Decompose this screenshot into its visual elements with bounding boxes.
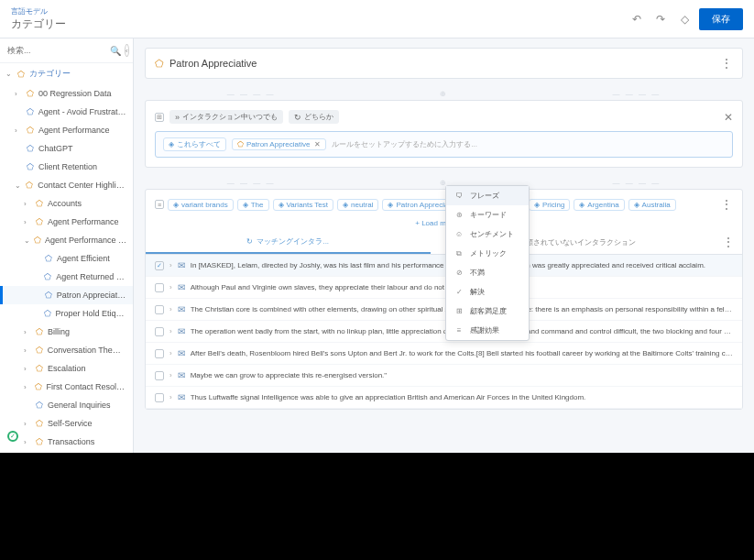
rule-type-dropdown[interactable]: 🗨フレーズ⊛キーワード☺センチメント⧉メトリック⊘不満✓解決⊞顧客満足度≡感謝効… [445,185,530,341]
top-bar: 言語モデル カテゴリー ↶ ↷ ◇ 保存 [0,0,754,38]
filter-tags-row: ≡ ◈variant brands◈The◈Variants Test◈neut… [146,190,742,215]
filter-tag[interactable]: ◈Variants Test [273,199,334,211]
filter-tag[interactable]: ◈Pricing [529,199,570,211]
envelope-icon: ✉ [178,348,185,358]
filter-tag[interactable]: ◈Australia [628,199,676,211]
sidebar: 🔍 ‹ ⌄⬠カテゴリー›⬠00 Regression Data⬠Agent - … [0,38,134,453]
row-checkbox[interactable]: ✓ [155,261,164,270]
dropdown-item[interactable]: 🗨フレーズ [446,186,529,205]
interaction-row[interactable]: ›✉The Christian core is combined with ot… [146,299,742,321]
interaction-row[interactable]: ›✉Maybe we can grow to appreciate this r… [146,365,742,387]
close-icon[interactable]: ✕ [724,111,733,124]
row-checkbox[interactable] [155,349,164,358]
tree-item[interactable]: ⌄⬠カテゴリー [0,63,133,84]
envelope-icon: ✉ [178,282,185,292]
collapse-sidebar-icon[interactable]: ‹ [125,44,129,57]
interactions-card: ≡ ◈variant brands◈The◈Variants Test◈neut… [145,189,743,410]
timing-chip[interactable]: »インタラクション中いつでも [169,110,283,124]
tree-item[interactable]: ⬠ChatGPT [0,139,133,158]
rule-placeholder: ルールをセットアップするために入力する... [332,139,725,149]
search-input[interactable] [7,46,110,55]
tree-item[interactable]: ⌄⬠Agent Performance Positive [0,231,133,249]
dropdown-item[interactable]: ⊛キーワード [446,205,529,225]
row-checkbox[interactable] [155,371,164,380]
row-checkbox[interactable] [155,283,164,292]
dropdown-item[interactable]: ⊘不満 [446,263,529,282]
search-icon[interactable]: 🔍 [110,46,121,56]
tree-item[interactable]: ›⬠First Contact Resolution [0,378,133,396]
interaction-row[interactable]: ›✉After Bell's death, Rosenbloom hired B… [146,343,742,365]
anyof-chip[interactable]: ↻どちらか [289,110,339,124]
row-checkbox[interactable] [155,305,164,314]
envelope-icon: ✉ [178,304,185,314]
tree-item[interactable]: ›⬠Contact Purpose [0,451,133,453]
tree-item[interactable]: ›⬠Billing [0,323,133,341]
tree-item[interactable]: ›⬠Agent Performance [0,213,133,231]
undo-icon[interactable]: ↶ [628,10,646,28]
filter-tag[interactable]: ◈Argentina [574,199,624,211]
drop-zone: — — — —⊕— — — — [145,88,743,100]
category-icon: ⬠ [155,58,164,70]
tree-item[interactable]: ⬠General Inquiries [0,396,133,414]
envelope-icon: ✉ [178,370,185,380]
dropdown-item[interactable]: ≡感謝効果 [446,321,529,340]
tree-item[interactable]: ›⬠00 Regression Data [0,84,133,103]
tree-item[interactable]: ›⬠Escalation [0,359,133,378]
tree-item[interactable]: ›⬠Agent Performance [0,121,133,139]
drop-zone-2: — — — —⊕— — — — [145,177,743,189]
tree-item[interactable]: ›⬠Accounts [0,194,133,213]
filter-tag[interactable]: ◈The [237,199,269,211]
dropdown-item[interactable]: ☺センチメント [446,225,529,244]
envelope-icon: ✉ [178,392,185,402]
envelope-icon: ✉ [178,326,185,336]
interaction-row[interactable]: ›✉The operation went badly from the star… [146,321,742,343]
interaction-list: ✓›✉In [MASKED], Lelam, directed by Joshi… [146,255,742,409]
tree-item[interactable]: ›⬠Transactions [0,433,133,451]
interaction-row[interactable]: ✓›✉In [MASKED], Lelam, directed by Joshi… [146,255,742,277]
rule-input[interactable]: ◈これらすべて ⬠Patron Appreciative✕ ルールをセットアップ… [155,131,733,158]
filter-tag[interactable]: ◈neutral [337,199,378,211]
from-all-tag[interactable]: ◈これらすべて [163,137,226,151]
menu-dots-icon[interactable]: ⋮ [720,56,733,71]
interaction-row[interactable]: ›✉Thus Luftwaffe signal Intelligence was… [146,387,742,409]
main-panel: ⬠ Patron Appreciative ⋮ — — — —⊕— — — — … [134,38,754,453]
dropdown-item[interactable]: ⧉メトリック [446,244,529,263]
envelope-icon: ✉ [178,260,185,270]
tree-item[interactable]: ⬠Patron Appreciative [0,286,133,304]
tree-item[interactable]: ›⬠Conversation Themes [0,341,133,359]
interaction-row[interactable]: ›✉Although Paul and Virginie own slaves,… [146,277,742,299]
filter-tag[interactable]: ◈variant brands [168,199,234,211]
dropdown-item[interactable]: ⊞顧客満足度 [446,302,529,321]
load-more-tags[interactable]: + Load more tags [146,215,742,231]
redo-icon[interactable]: ↷ [651,10,670,28]
tree-item[interactable]: ⬠Agent Efficient [0,249,133,268]
dropdown-item[interactable]: ✓解決 [446,282,529,302]
tab-matching[interactable]: ↻マッチングインタラ... [146,231,431,254]
rules-card: ⊞ »インタラクション中いつでも ↻どちらか ✕ ◈これらすべて ⬠Patron… [145,100,743,168]
tree-item[interactable]: ⬠Agent - Avoid Frustration [0,103,133,121]
category-title: Patron Appreciative [169,58,257,69]
page-title: カテゴリー [11,16,66,32]
category-tag[interactable]: ⬠Patron Appreciative✕ [232,138,326,150]
breadcrumb[interactable]: 言語モデル [11,6,66,16]
status-indicator-icon[interactable]: ✓ [7,431,18,442]
save-button[interactable]: 保存 [699,8,743,30]
remove-tag-icon[interactable]: ✕ [314,140,321,148]
category-tree: ⌄⬠カテゴリー›⬠00 Regression Data⬠Agent - Avoi… [0,63,133,453]
expand-icon[interactable]: ⊞ [155,113,164,122]
tree-item[interactable]: ›⬠Self-Service [0,414,133,433]
tree-item[interactable]: ⌄⬠Contact Center Highlights [0,176,133,194]
tree-item[interactable]: ⬠Proper Hold Etiquette [0,304,133,323]
category-header-card: ⬠ Patron Appreciative ⋮ [145,48,743,79]
tree-item[interactable]: ⬠Agent Returned Call [0,268,133,286]
diamond-icon[interactable]: ◇ [675,10,694,28]
tab-menu-icon[interactable]: ⋮ [715,231,742,254]
row-checkbox[interactable] [155,327,164,336]
tree-item[interactable]: ⬠Client Retention [0,158,133,176]
filter-menu-icon[interactable]: ⋮ [720,197,733,212]
row-checkbox[interactable] [155,393,164,402]
toggle-filter-icon[interactable]: ≡ [155,200,164,209]
